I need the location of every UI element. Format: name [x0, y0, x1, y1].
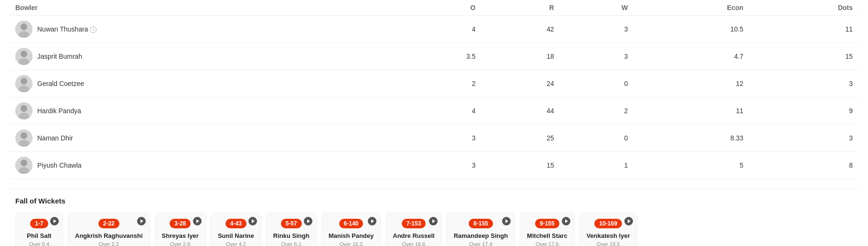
bowler-name: Jasprit Bumrah [37, 53, 82, 60]
table-row: Piyush Chawla 315158 [10, 152, 858, 179]
play-button[interactable] [248, 217, 257, 225]
bowler-cell-4: Naman Dhir [10, 125, 395, 152]
avatar [15, 21, 32, 38]
fow-card: 2-22 Angkrish Raghuvanshi Over 2.2 [68, 213, 150, 246]
fow-list: 1-7 Phil Salt Over 0.4 2-22 Angkrish Rag… [10, 213, 858, 246]
info-icon[interactable]: i [90, 26, 96, 33]
fow-player-name: Ramandeep Singh [454, 232, 508, 239]
fow-badge: 8-155 [469, 219, 493, 228]
cell-o-2: 2 [395, 70, 481, 97]
avatar [15, 157, 32, 174]
fow-player-name: Sunil Narine [218, 232, 254, 239]
cell-r-0: 42 [481, 16, 559, 43]
fow-section: Fall of Wickets 1-7 Phil Salt Over 0.4 2… [10, 189, 858, 246]
fow-player-name: Shreyas Iyer [162, 232, 199, 239]
play-button[interactable] [50, 217, 59, 225]
play-button[interactable] [304, 217, 312, 225]
play-button[interactable] [368, 217, 376, 225]
bowler-cell-3: Hardik Pandya [10, 97, 395, 125]
cell-o-3: 4 [395, 97, 481, 125]
fow-badge: 3-28 [170, 219, 191, 228]
avatar [15, 48, 32, 65]
cell-r-3: 44 [481, 97, 559, 125]
cell-r-1: 18 [481, 43, 559, 70]
fow-card: 4-43 Sunil Narine Over 4.2 [211, 213, 261, 246]
cell-o-4: 3 [395, 125, 481, 152]
svg-point-7 [21, 78, 27, 85]
main-container: Bowler O R W Econ Dots Nuwan Thusharai [0, 0, 868, 246]
col-bowler: Bowler [10, 0, 395, 16]
cell-o-0: 4 [395, 16, 481, 43]
svg-point-1 [21, 23, 27, 30]
cell-econ-0: 10.5 [633, 16, 749, 43]
bowling-table: Bowler O R W Econ Dots Nuwan Thusharai [10, 0, 858, 179]
bowler-cell-1: Jasprit Bumrah [10, 43, 395, 70]
cell-econ-1: 4.7 [633, 43, 749, 70]
col-o: O [395, 0, 481, 16]
fow-player-name: Venkatesh Iyer [587, 232, 630, 239]
play-button[interactable] [429, 217, 438, 225]
cell-r-2: 24 [481, 70, 559, 97]
fow-player-name: Andre Russell [393, 232, 434, 239]
fow-over: Over 4.2 [218, 241, 254, 246]
fow-over: Over 6.1 [273, 241, 310, 246]
fow-badge: 10-169 [594, 219, 622, 228]
play-button[interactable] [562, 217, 570, 225]
cell-dots-5: 8 [749, 152, 858, 179]
cell-w-3: 2 [560, 97, 634, 125]
play-button[interactable] [624, 217, 633, 225]
fow-card: 3-28 Shreyas Iyer Over 2.6 [155, 213, 206, 246]
avatar [15, 102, 32, 119]
table-row: Jasprit Bumrah 3.51834.715 [10, 43, 858, 70]
fow-badge: 2-22 [98, 219, 119, 228]
fow-card: 9-155 Mitchell Starc Over 17.6 [520, 213, 575, 246]
fow-over: Over 16.2 [329, 241, 374, 246]
fow-badge: 9-155 [535, 219, 559, 228]
fow-over: Over 2.6 [162, 241, 199, 246]
fow-badge: 1-7 [30, 219, 48, 228]
fow-over: Over 17.4 [454, 241, 508, 246]
svg-point-4 [21, 51, 27, 57]
play-button[interactable] [502, 217, 511, 225]
cell-econ-4: 8.33 [633, 125, 749, 152]
col-econ: Econ [633, 0, 749, 16]
fow-over: Over 19.5 [587, 241, 630, 246]
bowler-name: Naman Dhir [37, 134, 73, 142]
cell-dots-2: 3 [749, 70, 858, 97]
cell-o-1: 3.5 [395, 43, 481, 70]
col-r: R [481, 0, 559, 16]
svg-point-13 [21, 132, 27, 139]
fow-card: 7-153 Andre Russell Over 16.6 [386, 213, 441, 246]
fow-badge: 6-140 [339, 219, 364, 228]
fow-badge: 4-43 [225, 219, 246, 228]
bowler-name: Piyush Chawla [37, 161, 82, 169]
table-row: Nuwan Thusharai 442310.511 [10, 16, 858, 43]
table-row: Naman Dhir 32508.333 [10, 125, 858, 152]
fow-card: 10-169 Venkatesh Iyer Over 19.5 [579, 213, 637, 246]
cell-dots-1: 15 [749, 43, 858, 70]
cell-dots-0: 11 [749, 16, 858, 43]
cell-w-0: 3 [560, 16, 634, 43]
cell-w-4: 0 [560, 125, 634, 152]
bowler-name: Nuwan Thusharai [37, 25, 96, 33]
avatar [15, 129, 32, 147]
fow-title: Fall of Wickets [10, 197, 858, 205]
fow-card: 5-57 Rinku Singh Over 6.1 [266, 213, 317, 246]
table-row: Gerald Coetzee 2240123 [10, 70, 858, 97]
fow-over: Over 2.2 [75, 241, 143, 246]
cell-r-5: 15 [481, 152, 559, 179]
play-button[interactable] [137, 217, 146, 225]
svg-point-16 [21, 160, 27, 166]
fow-player-name: Rinku Singh [273, 232, 310, 239]
play-button[interactable] [193, 217, 202, 225]
fow-over: Over 0.4 [22, 241, 56, 246]
bowler-cell-5: Piyush Chawla [10, 152, 395, 179]
fow-card: 8-155 Ramandeep Singh Over 17.4 [447, 213, 515, 246]
table-row: Hardik Pandya 4442119 [10, 97, 858, 125]
cell-o-5: 3 [395, 152, 481, 179]
fow-card: 1-7 Phil Salt Over 0.4 [15, 213, 63, 246]
fow-over: Over 16.6 [393, 241, 434, 246]
fow-player-name: Phil Salt [22, 232, 56, 239]
cell-econ-3: 11 [633, 97, 749, 125]
cell-dots-3: 9 [749, 97, 858, 125]
